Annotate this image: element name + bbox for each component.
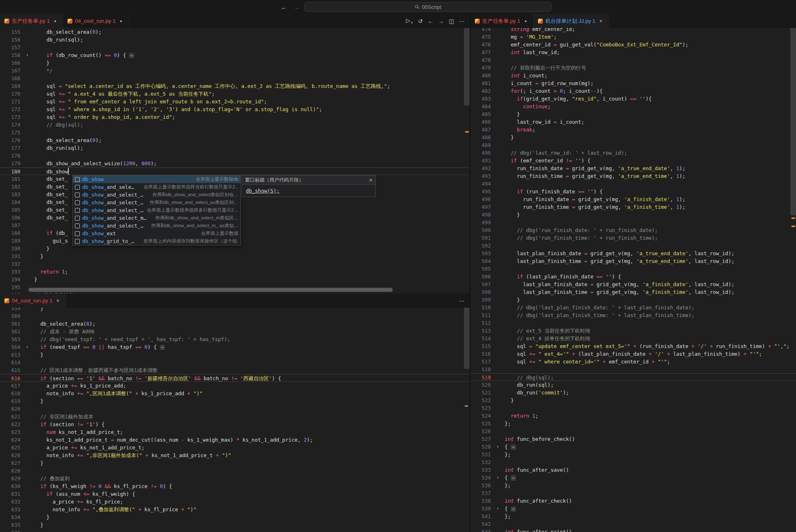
line-number[interactable]: 172 <box>0 105 20 113</box>
code-line[interactable]: } <box>34 397 44 405</box>
line-number[interactable]: 623 <box>0 428 20 436</box>
line-number[interactable]: 559 <box>0 308 20 312</box>
tab-cost-run[interactable]: 04_cost_run.py 1● <box>63 14 129 28</box>
more-actions-icon[interactable]: ⋯ <box>459 298 465 304</box>
line-number[interactable]: 489 <box>470 141 491 149</box>
code-line[interactable]: db_show <box>34 168 68 175</box>
more-actions-icon[interactable]: ⋯ <box>459 18 465 24</box>
code-line[interactable]: a_price += ks_not_1_add_price_t; <box>34 444 144 451</box>
tab-machine-schedule[interactable]: 机台排单计划 JJ.py 1× <box>534 14 609 28</box>
line-number[interactable]: 563 <box>0 335 20 343</box>
code-line[interactable]: if (emf_center_id != '') { <box>505 157 590 164</box>
tab-prod-task-right[interactable]: 生产任务单.py 1● <box>470 14 534 28</box>
code-line[interactable]: return 1; <box>34 268 68 276</box>
nav-back-icon[interactable]: ← <box>281 4 287 11</box>
line-number[interactable]: 561 <box>0 320 20 328</box>
code-line[interactable]: int func_before_check() <box>505 435 575 443</box>
code-line[interactable]: ks_not_1_add_price_t = num_dec_cut((ass_… <box>34 436 313 444</box>
code-line[interactable]: if (ks_fl_weigh != 0 && ks_fl_price != 0… <box>34 482 172 490</box>
code-line[interactable]: db_set_ <box>34 190 68 198</box>
line-number[interactable]: 193 <box>0 268 20 276</box>
line-number[interactable]: 187 <box>0 221 20 229</box>
code-line[interactable]: } <box>34 351 44 359</box>
line-number[interactable]: 171 <box>0 98 20 105</box>
modified-dot-icon[interactable]: ● <box>523 19 529 23</box>
line-number[interactable]: 178 <box>0 152 20 160</box>
line-number[interactable]: 505 <box>470 265 491 273</box>
code-line[interactable]: int func_after_save() <box>505 466 569 474</box>
code-line[interactable]: if(grid_get_v(mg, "res_id", i_count) == … <box>505 95 652 103</box>
line-number[interactable]: 615 <box>0 366 20 374</box>
code-line[interactable]: i_count = grid_row_num(mg); <box>505 79 593 87</box>
line-number[interactable]: 479 <box>470 64 491 72</box>
line-number[interactable]: 508 <box>470 288 491 296</box>
code-line[interactable]: int last_row_id; <box>505 48 560 56</box>
code-line[interactable]: db_select_area(0); <box>34 136 102 144</box>
line-number[interactable]: 499 <box>470 219 491 226</box>
code-line[interactable]: a_price += ks_1_price_add; <box>34 382 126 390</box>
line-number[interactable]: 613 <box>0 351 20 359</box>
code-line[interactable]: // dbg('last_row_id: ' + last_row_id); <box>505 149 627 157</box>
code-line[interactable]: db_set_ <box>34 175 68 183</box>
code-line[interactable]: note_info += ",区间1成本调整(" + ks_1_price_ad… <box>34 390 203 397</box>
code-line[interactable]: return 1; <box>505 412 538 420</box>
line-number[interactable]: 484 <box>470 103 491 110</box>
line-number[interactable]: 633 <box>0 506 20 513</box>
code-line[interactable]: run_finish_date = grid_get_v(mg, 'a_fini… <box>505 195 685 203</box>
line-number[interactable]: 632 <box>0 498 20 506</box>
code-line[interactable]: sql += " ext_4='" + (last_plan_finish_da… <box>505 350 762 358</box>
line-number[interactable]: 483 <box>470 95 491 103</box>
code-line[interactable]: { ⋯ <box>505 505 516 512</box>
code-line[interactable]: run_finish_time = grid_get_v(mg, 'a_true… <box>505 172 685 180</box>
line-number[interactable]: 496 <box>470 195 491 203</box>
line-number[interactable]: 616 <box>0 374 20 381</box>
line-number[interactable]: 177 <box>0 144 20 152</box>
line-number[interactable]: 190 <box>0 245 20 252</box>
line-number[interactable]: 181 <box>0 175 20 183</box>
line-number[interactable]: 480 <box>470 72 491 79</box>
code-line[interactable]: } <box>34 459 44 467</box>
code-line[interactable]: // dbg('last_plan_finish_time: ' + last_… <box>505 311 695 319</box>
line-number[interactable]: 537 <box>470 489 491 497</box>
code-line[interactable]: sql = "select a.center_id as 工作中心编码, a.c… <box>34 82 390 90</box>
line-number[interactable]: 636 <box>0 529 20 532</box>
code-line[interactable]: if (run_finish_date == '') { <box>505 188 603 195</box>
line-number[interactable]: 168 <box>0 74 20 82</box>
code-line[interactable]: db_set_ <box>34 198 68 206</box>
line-number[interactable]: 539 <box>470 505 491 512</box>
horizontal-scrollbar[interactable] <box>28 288 393 292</box>
line-number[interactable]: 509 <box>470 296 491 304</box>
code-line[interactable]: string emf_center_id; <box>505 28 575 33</box>
line-number[interactable]: 541 <box>470 512 491 520</box>
code-line[interactable]: if (section != '1') { <box>34 420 105 428</box>
code-line[interactable]: // 区间1成本调整，新疆西藏不参与区间1成本调整 <box>34 366 157 374</box>
line-number[interactable]: 631 <box>0 490 20 498</box>
line-number[interactable]: 528 <box>470 443 491 451</box>
line-number[interactable]: 536 <box>470 482 491 489</box>
code-line[interactable]: if (need_tspf == 0 || has_tspf == 0) { ⋯ <box>34 343 165 351</box>
line-number[interactable]: 635 <box>0 521 20 529</box>
line-number[interactable]: 487 <box>470 126 491 134</box>
line-number[interactable]: 188 <box>0 229 20 237</box>
line-number[interactable]: 511 <box>470 311 491 319</box>
tab-prod-task[interactable]: 生产任务单.py 1● <box>0 14 63 28</box>
code-line[interactable]: }; <box>505 482 511 489</box>
close-icon[interactable]: × <box>55 298 61 304</box>
line-number[interactable]: 194 <box>0 276 20 283</box>
code-line[interactable]: // dbg('need_tspf: ' + need_tspf + ', ha… <box>34 335 230 343</box>
code-line[interactable]: if (section == '1' && batch_no != '新疆维吾尔… <box>34 374 281 381</box>
code-line[interactable]: }; <box>505 512 511 520</box>
modified-dot-icon[interactable]: ● <box>52 19 58 23</box>
line-number[interactable]: 189 <box>0 237 20 245</box>
line-number[interactable]: 560 <box>0 312 20 320</box>
line-number[interactable]: 490 <box>470 149 491 157</box>
code-line[interactable]: } <box>34 308 44 312</box>
line-number[interactable]: 494 <box>470 180 491 188</box>
line-number[interactable]: 621 <box>0 413 20 420</box>
line-number[interactable]: 191 <box>0 252 20 260</box>
nav-forward-icon[interactable]: → <box>293 4 300 11</box>
line-number[interactable]: 492 <box>470 164 491 172</box>
code-line[interactable]: sql += " where a.shop_id in ('1', '2', '… <box>34 105 322 113</box>
code-line[interactable]: run_finish_time = grid_get_v(mg, 'a_fini… <box>505 203 685 211</box>
suggest-item[interactable]: db_show_grid_to_…把界面上的内容保存到数据库操作区（这个组… <box>73 237 241 245</box>
